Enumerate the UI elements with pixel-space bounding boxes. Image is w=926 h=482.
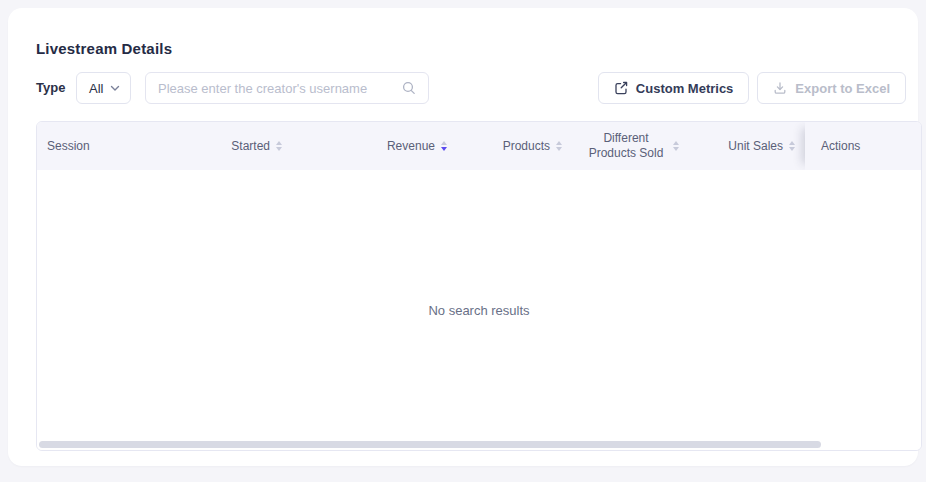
column-header-unit-sales[interactable]: Unit Sales: [689, 122, 805, 170]
column-header-started[interactable]: Started: [189, 122, 292, 170]
toolbar-buttons: Custom Metrics Export to Excel: [598, 72, 906, 104]
sort-icon: [276, 141, 282, 151]
column-header-revenue[interactable]: Revenue: [292, 122, 457, 170]
sort-icon: [441, 141, 447, 151]
custom-metrics-button[interactable]: Custom Metrics: [598, 72, 750, 104]
edit-square-icon: [614, 81, 628, 95]
chevron-down-icon: [110, 85, 120, 92]
sort-icon: [673, 141, 679, 151]
type-select[interactable]: All: [76, 72, 131, 104]
export-to-excel-label: Export to Excel: [795, 81, 890, 96]
page-title: Livestream Details: [36, 40, 172, 57]
sort-icon: [789, 141, 795, 151]
creator-search: [145, 72, 429, 104]
custom-metrics-label: Custom Metrics: [636, 81, 734, 96]
filter-toolbar: Type All Custom Met: [36, 72, 906, 104]
type-select-value: All: [89, 81, 103, 96]
export-to-excel-button[interactable]: Export to Excel: [757, 72, 906, 104]
column-header-different-products-sold[interactable]: Different Products Sold: [572, 122, 689, 170]
table-body: No search results: [37, 170, 921, 450]
empty-state-text: No search results: [428, 303, 529, 318]
column-header-products[interactable]: Products: [457, 122, 572, 170]
search-icon[interactable]: [402, 81, 416, 95]
sort-icon: [556, 141, 562, 151]
column-header-session: Session: [37, 122, 189, 170]
horizontal-scrollbar-thumb[interactable]: [39, 441, 821, 448]
download-icon: [773, 81, 787, 95]
livestream-table: Session Started Revenue Products Differe…: [36, 121, 922, 451]
column-header-actions: Actions: [805, 122, 921, 170]
table-header-row: Session Started Revenue Products Differe…: [37, 122, 921, 170]
type-label: Type: [36, 72, 65, 104]
search-input[interactable]: [146, 73, 402, 103]
livestream-details-card: Livestream Details Type All: [8, 8, 918, 466]
